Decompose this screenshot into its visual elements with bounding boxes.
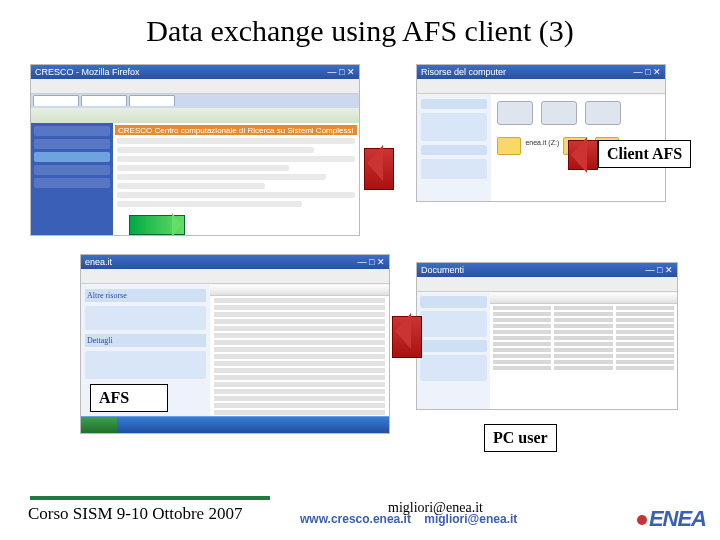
drive-icon: [541, 101, 577, 125]
docs-titlebar: Documenti— □ ✕: [417, 263, 677, 277]
mycomp-sidebar: [417, 95, 492, 201]
label-afs: AFS: [90, 384, 168, 412]
browser-titlebar: CRESCO - Mozilla Firefox— □ ✕: [31, 65, 359, 79]
afsexp-list: [210, 285, 389, 417]
afsexp-title-text: enea.it: [85, 257, 112, 267]
mycomp-titlebar: Risorse del computer— □ ✕: [417, 65, 665, 79]
footer-left: Corso SISM 9-10 Ottobre 2007: [28, 504, 242, 524]
drive-icon: [585, 101, 621, 125]
afsexp-toolbar: [81, 269, 389, 284]
docs-list: [490, 293, 677, 409]
red-arrow-client-afs: [568, 140, 598, 170]
folder-icon: [497, 137, 521, 155]
start-button: [81, 417, 117, 433]
logo-accent-icon: [637, 515, 647, 525]
screenshot-browser: CRESCO - Mozilla Firefox— □ ✕ CRESCO Cen…: [30, 64, 360, 236]
slide-title: Data exchange using AFS client (3): [0, 14, 720, 48]
docs-toolbar: [417, 277, 677, 292]
label-pc-user: PC user: [484, 424, 557, 452]
drive-icon: [497, 101, 533, 125]
mycomp-title-text: Risorse del computer: [421, 67, 506, 77]
footer-green-bar: [30, 496, 270, 500]
browser-headline: CRESCO Centro computazionale di Ricerca …: [115, 125, 357, 135]
docs-title-text: Documenti: [421, 265, 464, 275]
red-arrow-docs: [392, 316, 422, 358]
browser-tabbar: [31, 94, 359, 108]
afsexp-panel2-title: Dettagli: [85, 334, 206, 347]
mycomp-toolbar: [417, 79, 665, 94]
green-arrow-browser: [129, 215, 185, 235]
browser-toolbar: [31, 79, 359, 94]
red-arrow-browser-right: [364, 148, 394, 190]
browser-title-text: CRESCO - Mozilla Firefox: [35, 67, 140, 77]
afsexp-panel-title: Altre risorse: [85, 289, 206, 302]
screenshot-my-computer: Risorse del computer— □ ✕ enea.it (Z:): [416, 64, 666, 202]
afsexp-taskbar: [81, 416, 389, 433]
browser-sidebar: [31, 123, 113, 235]
logo-enea: ENEA: [637, 506, 706, 532]
afsexp-titlebar: enea.it— □ ✕: [81, 255, 389, 269]
footer-email-overlay: migliori@enea.it: [388, 500, 483, 516]
label-client-afs: Client AFS: [598, 140, 691, 168]
screenshot-documents: Documenti— □ ✕: [416, 262, 678, 410]
docs-sidebar: [417, 293, 491, 409]
